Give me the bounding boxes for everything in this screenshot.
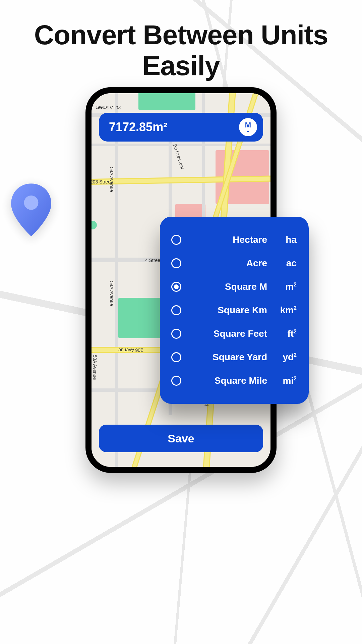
unit-option[interactable]: Square Mm2: [171, 275, 297, 299]
radio-icon: [171, 329, 181, 339]
unit-name: Acre: [189, 258, 269, 269]
unit-name: Square M: [189, 281, 269, 292]
unit-option[interactable]: Square Kmkm2: [171, 299, 297, 322]
radio-icon: [171, 258, 181, 268]
unit-abbr: ha: [273, 234, 297, 245]
unit-option[interactable]: Square Milemi2: [171, 369, 297, 392]
radio-icon: [171, 305, 181, 315]
radio-icon: [171, 376, 181, 386]
radio-icon: [171, 282, 181, 292]
map-street-label: 53A Avenue: [92, 355, 98, 380]
measurement-value: 7172.85m²: [109, 120, 239, 134]
unit-abbr: m2: [273, 281, 297, 292]
radio-icon: [171, 235, 181, 245]
save-button[interactable]: Save: [99, 425, 263, 452]
map-street-label: 4 Street: [145, 258, 162, 263]
map-street-label: 206 Avenue: [118, 347, 143, 353]
unit-name: Square Yard: [189, 352, 269, 363]
map-pin-icon: [6, 181, 56, 248]
unit-option[interactable]: Square Yardyd2: [171, 345, 297, 369]
chevron-down-icon: ⌄: [246, 128, 250, 133]
unit-abbr: ac: [273, 258, 297, 269]
unit-toggle-button[interactable]: M ⌄: [239, 118, 257, 136]
unit-abbr: ft2: [273, 328, 297, 339]
unit-abbr: yd2: [273, 352, 297, 363]
save-button-label: Save: [168, 432, 194, 445]
map-street-label: 54A Avenue: [109, 281, 114, 306]
unit-name: Square Feet: [189, 328, 269, 339]
unit-abbr: mi2: [273, 375, 297, 386]
unit-option[interactable]: Square Feetft2: [171, 322, 297, 345]
measurement-pill: 7172.85m² M ⌄: [99, 113, 263, 142]
unit-name: Square Km: [189, 305, 269, 316]
map-street-label: 201A Street: [96, 105, 121, 110]
map-street-label: 203 Street: [90, 179, 112, 184]
svg-point-0: [24, 196, 39, 210]
map-street-label: Ed Crescent: [172, 144, 185, 170]
radio-icon: [171, 352, 181, 362]
unit-option[interactable]: Acreac: [171, 252, 297, 275]
unit-name: Hectare: [189, 234, 269, 245]
promo-headline: Convert Between Units Easily: [0, 0, 362, 81]
unit-name: Square Mile: [189, 375, 269, 386]
unit-dropdown-panel: HectarehaAcreacSquare Mm2Square Kmkm2Squ…: [160, 217, 309, 404]
unit-option[interactable]: Hectareha: [171, 228, 297, 252]
unit-abbr: km2: [273, 305, 297, 316]
